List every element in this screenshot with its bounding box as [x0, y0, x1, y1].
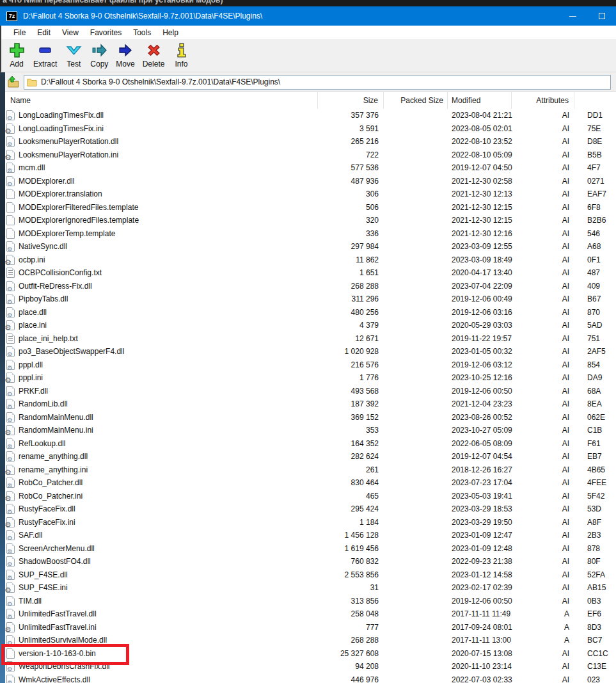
- file-crc: 5F42: [574, 492, 616, 501]
- menu-view[interactable]: View: [56, 27, 84, 38]
- table-row[interactable]: ScreenArcherMenu.dll1 619 4562023-01-09 …: [5, 542, 616, 556]
- parent-folder-button[interactable]: [6, 74, 21, 90]
- table-row[interactable]: MODExplorerTemp.template3362021-12-30 12…: [5, 227, 616, 241]
- file-crc: B5B: [574, 150, 616, 159]
- table-row[interactable]: UnlimitedFastTravel.ini7772017-09-24 08:…: [5, 621, 616, 634]
- table-row[interactable]: MODExplorer.dll487 9362021-12-30 02:58AI…: [5, 175, 616, 188]
- table-row[interactable]: Outfit-ReDress-Fix.dll268 2882023-07-04 …: [5, 280, 616, 293]
- file-size: 353: [318, 426, 384, 435]
- table-row[interactable]: PipboyTabs.dll311 2962019-12-06 00:49AIB…: [5, 293, 616, 306]
- test-check-icon: [65, 42, 83, 59]
- table-row[interactable]: WmkActiveEffects.dll446 9762022-07-03 02…: [5, 673, 616, 683]
- info-button[interactable]: Info: [168, 41, 194, 69]
- menu-favorites[interactable]: Favorites: [84, 27, 127, 38]
- file-crc: AB15: [574, 583, 616, 592]
- file-crc: DA9: [574, 373, 616, 382]
- table-row[interactable]: MODExplorerFilteredFiles.template5062021…: [5, 201, 616, 214]
- file-attributes: AI: [512, 137, 574, 146]
- file-attributes: AI: [512, 282, 574, 291]
- column-header-modified[interactable]: Modified: [448, 92, 512, 109]
- table-row[interactable]: place.dll480 2562019-12-06 03:16AI870: [5, 306, 616, 319]
- ini-file-icon: [6, 622, 15, 632]
- menu-edit[interactable]: Edit: [31, 27, 56, 38]
- test-button[interactable]: Test: [61, 41, 86, 69]
- column-header-size[interactable]: Size: [318, 92, 384, 109]
- delete-x-icon: [145, 42, 162, 59]
- file-attributes: AI: [512, 321, 574, 330]
- file-size: 306: [318, 189, 384, 198]
- file-size: 311 296: [318, 294, 384, 303]
- table-row[interactable]: place_ini_help.txt12 6712019-11-22 19:57…: [5, 332, 616, 346]
- table-row[interactable]: RustyFaceFix.ini1 1842023-03-29 19:50AIA…: [5, 516, 616, 529]
- table-row[interactable]: UnlimitedSurvivalMode.dll268 2882017-11-…: [5, 634, 616, 647]
- table-row[interactable]: RandomMainMenu.ini3532023-10-27 05:09AIC…: [5, 424, 616, 437]
- table-row[interactable]: UnlimitedFastTravel.dll258 0482017-11-11…: [5, 607, 616, 621]
- table-row[interactable]: ocbp.ini11 8622023-03-09 18:49AI0F1: [5, 253, 616, 267]
- table-row[interactable]: ShadowBoostFO4.dll760 8322022-09-23 21:3…: [5, 555, 616, 568]
- file-name: place_ini_help.txt: [19, 334, 78, 343]
- address-bar[interactable]: D:\Fallout 4 Sborka 9-0 Otshelnik\Sexfal…: [24, 75, 611, 90]
- column-header-name[interactable]: Name: [5, 92, 318, 109]
- table-row[interactable]: RobCo_Patcher.dll830 4642023-07-23 17:04…: [5, 476, 616, 490]
- minimize-button[interactable]: [558, 6, 587, 26]
- file-attributes: AI: [512, 373, 574, 382]
- file-size: 506: [318, 203, 384, 212]
- table-row[interactable]: version-1-10-163-0.bin25 327 6082020-07-…: [5, 647, 616, 661]
- file-crc: BC7: [574, 636, 616, 645]
- file-name: rename_anything.ini: [19, 465, 88, 474]
- menu-help[interactable]: Help: [157, 27, 184, 38]
- copy-button[interactable]: Copy: [86, 41, 112, 69]
- table-row[interactable]: TIM.dll313 8562019-12-06 00:50AI0B3: [5, 595, 616, 608]
- table-row[interactable]: RustyFaceFix.dll295 4242023-03-29 18:53A…: [5, 502, 616, 516]
- file-attributes: AI: [512, 177, 574, 186]
- table-row[interactable]: RandomMainMenu.dll369 1522023-08-26 00:5…: [5, 411, 616, 424]
- menu-file[interactable]: File: [8, 27, 31, 38]
- table-row[interactable]: PRKF.dll493 5682019-12-06 00:50AI68A: [5, 385, 616, 398]
- file-crc: 75E: [574, 124, 616, 133]
- file-crc: F61: [574, 439, 616, 448]
- table-row[interactable]: WeaponDebrisCrashFix.dll94 2082020-11-10…: [5, 660, 616, 673]
- move-button[interactable]: Move: [112, 41, 138, 69]
- table-row[interactable]: LooksmenuPlayerRotation.dll265 2162022-0…: [5, 135, 616, 149]
- table-row[interactable]: OCBPCollisionConfig.txt1 6512020-04-17 1…: [5, 266, 616, 280]
- column-header-attributes[interactable]: Attributes: [512, 92, 574, 109]
- column-header-crc[interactable]: [574, 92, 616, 109]
- file-modified: 2023-01-12 14:58: [448, 570, 512, 579]
- menu-tools[interactable]: Tools: [127, 27, 157, 38]
- table-row[interactable]: RandomLib.dll187 3922021-12-04 23:23AI8E…: [5, 398, 616, 411]
- table-row[interactable]: LongLoadingTimesFix.dll357 3762023-08-04…: [5, 109, 616, 122]
- table-row[interactable]: RefLookup.dll164 3522022-06-05 08:09AIF6…: [5, 437, 616, 451]
- dll-file-icon: [6, 556, 15, 566]
- file-modified: 2022-08-10 23:52: [448, 137, 512, 146]
- maximize-button[interactable]: [587, 6, 616, 26]
- file-size: 164 352: [318, 439, 384, 448]
- table-row[interactable]: SAF.dll1 456 1282023-01-09 12:47AI2B3: [5, 529, 616, 542]
- file-crc: 0271: [574, 177, 616, 186]
- file-modified: 2023-03-09 12:55: [448, 242, 512, 251]
- table-row[interactable]: LooksmenuPlayerRotation.ini7222022-08-10…: [5, 149, 616, 162]
- table-row[interactable]: mcm.dll577 5362019-12-07 04:50AI4F7: [5, 161, 616, 175]
- table-row[interactable]: po3_BaseObjectSwapperF4.dll1 020 9282023…: [5, 345, 616, 358]
- file-modified: 2023-01-09 12:47: [448, 531, 512, 540]
- file-attributes: A: [512, 609, 574, 618]
- column-header-packed-size[interactable]: Packed Size: [384, 92, 448, 109]
- add-button[interactable]: Add: [4, 41, 29, 69]
- table-row[interactable]: NativeSync.dll297 9842023-03-09 12:55AIA…: [5, 240, 616, 253]
- table-row[interactable]: pppl.ini1 7762023-10-25 12:16AIDA9: [5, 371, 616, 385]
- table-row[interactable]: pppl.dll216 5762019-12-06 03:12AI854: [5, 358, 616, 372]
- table-row[interactable]: MODExplorer.translation3062021-12-30 12:…: [5, 188, 616, 201]
- table-row[interactable]: LongLoadingTimesFix.ini3 5912023-08-05 0…: [5, 122, 616, 136]
- table-row[interactable]: MODExplorerIgnoredFiles.template3202021-…: [5, 214, 616, 227]
- delete-button[interactable]: Delete: [139, 41, 169, 69]
- file-size: 1 020 928: [318, 347, 384, 356]
- extract-button[interactable]: Extract: [29, 41, 61, 69]
- table-row[interactable]: rename_anything.dll282 6242019-12-07 04:…: [5, 450, 616, 463]
- table-row[interactable]: rename_anything.ini2612018-12-26 16:27AI…: [5, 463, 616, 477]
- file-modified: 2023-02-17 02:39: [448, 583, 512, 592]
- file-attributes: AI: [512, 387, 574, 396]
- table-row[interactable]: place.ini4 3792020-05-29 03:03AI5AD: [5, 319, 616, 332]
- dll-file-icon: [6, 241, 15, 252]
- table-row[interactable]: SUP_F4SE.ini312023-02-17 02:39AIAB15: [5, 581, 616, 595]
- table-row[interactable]: RobCo_Patcher.ini4652023-05-03 19:41AI5F…: [5, 490, 616, 503]
- table-row[interactable]: SUP_F4SE.dll2 553 8562023-01-12 14:58AI5…: [5, 568, 616, 582]
